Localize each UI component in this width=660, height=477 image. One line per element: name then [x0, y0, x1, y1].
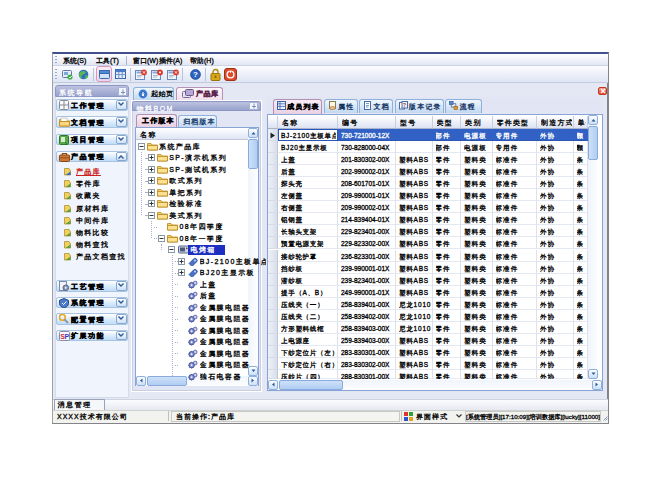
svg-text:P: P — [64, 332, 69, 339]
svg-text:?: ? — [193, 70, 198, 79]
